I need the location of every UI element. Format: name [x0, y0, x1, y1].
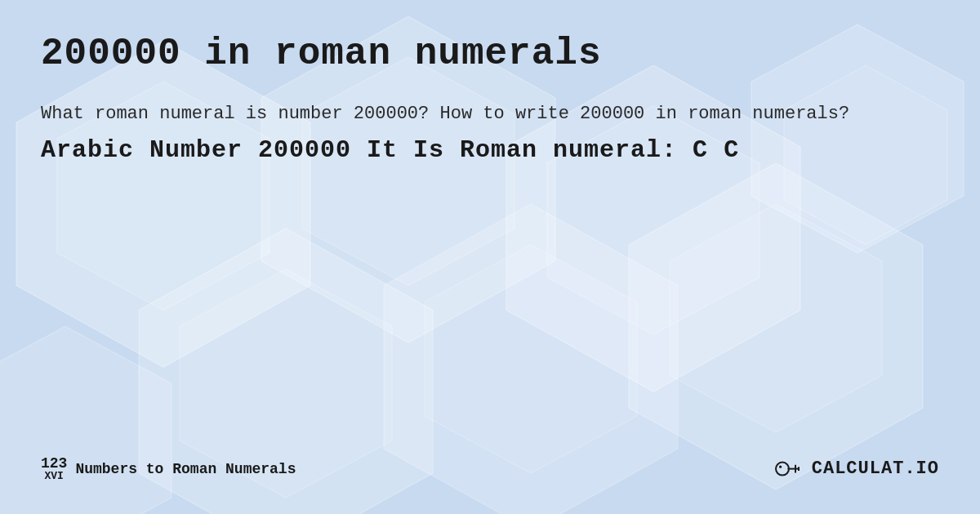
logo-roman: XVI: [45, 471, 64, 481]
page-title: 200000 in roman numerals: [41, 33, 939, 75]
page-description: What roman numeral is number 200000? How…: [41, 100, 939, 128]
svg-point-17: [776, 462, 789, 475]
calculator-icon: [773, 457, 805, 481]
brand-name: CALCULAT.IO: [812, 459, 939, 479]
roman-numeral-result: Arabic Number 200000 It Is Roman numeral…: [41, 136, 939, 164]
svg-point-21: [779, 465, 782, 467]
logo-arabic: 123: [41, 456, 67, 471]
site-logo-left: 123 XVI Numbers to Roman Numerals: [41, 456, 296, 481]
calculat-logo: CALCULAT.IO: [773, 457, 939, 481]
logo-numbers: 123 XVI: [41, 456, 67, 481]
site-name: Numbers to Roman Numerals: [75, 461, 296, 477]
